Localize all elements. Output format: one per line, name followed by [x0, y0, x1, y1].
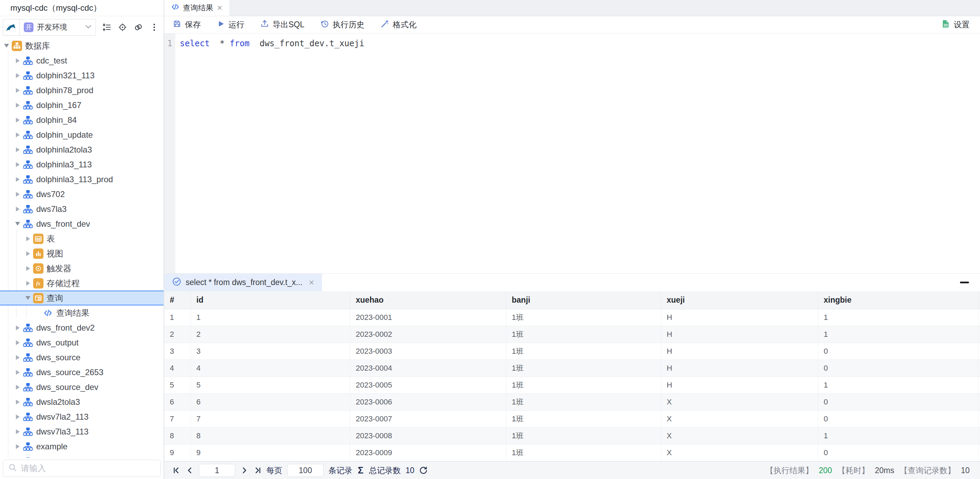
expand-arrow-icon[interactable]: [14, 102, 21, 109]
tree-item-dolphinla3_113[interactable]: dolphinla3_113: [0, 157, 164, 172]
tree-item-存储过程[interactable]: fx存储过程: [0, 276, 164, 291]
expand-arrow-icon[interactable]: [14, 369, 21, 376]
table-cell: X: [661, 428, 818, 444]
expand-arrow-icon[interactable]: [14, 176, 21, 183]
table-row[interactable]: 112023-00011班H1: [164, 309, 980, 326]
first-page-icon[interactable]: [173, 466, 181, 474]
expand-arrow-icon[interactable]: [14, 339, 21, 347]
expand-arrow-icon[interactable]: [14, 146, 21, 154]
tree-item-langchao_com[interactable]: langchao_com: [0, 454, 164, 458]
expand-arrow-icon[interactable]: [14, 324, 21, 332]
tree-item-dolphin321_113[interactable]: dolphin321_113: [0, 68, 164, 83]
result-tab[interactable]: select * from dws_front_dev.t_x... ✕: [164, 274, 322, 291]
expand-arrow-icon[interactable]: [14, 354, 21, 361]
expand-arrow-icon[interactable]: [14, 413, 21, 421]
minimize-results-button[interactable]: [959, 280, 970, 286]
tab-query-result[interactable]: 查询结果 ✕: [164, 0, 230, 16]
svg-text:fx: fx: [36, 281, 40, 286]
collapse-arrow-icon[interactable]: [3, 42, 10, 50]
column-header-banji[interactable]: banji: [506, 291, 661, 309]
tree-item-表[interactable]: 表: [0, 231, 164, 246]
tree-item-查询[interactable]: 查询: [0, 291, 164, 306]
expand-arrow-icon[interactable]: [14, 443, 21, 450]
expand-arrow-icon[interactable]: [24, 265, 32, 272]
settings-button[interactable]: CSV 设置: [941, 19, 970, 30]
tree-item-视图[interactable]: 视图: [0, 246, 164, 261]
close-icon[interactable]: ✕: [217, 4, 223, 12]
run-button[interactable]: 运行: [217, 19, 244, 30]
table-row[interactable]: 662023-00061班X0: [164, 394, 980, 411]
table-row[interactable]: 552023-00051班H1: [164, 377, 980, 394]
refresh-icon[interactable]: [419, 466, 428, 474]
link-icon[interactable]: [134, 23, 143, 32]
more-icon[interactable]: [150, 23, 159, 32]
next-page-icon[interactable]: [240, 466, 248, 474]
table-row[interactable]: 222023-00021班H1: [164, 326, 980, 343]
expand-arrow-icon[interactable]: [14, 384, 21, 391]
expand-arrow-icon[interactable]: [14, 131, 21, 139]
tree-item-触发器[interactable]: 触发器: [0, 261, 164, 276]
tree-item-查询结果[interactable]: 查询结果: [0, 306, 164, 320]
expand-arrow-icon[interactable]: [14, 458, 21, 458]
expand-arrow-icon[interactable]: [14, 116, 21, 124]
row-height-icon[interactable]: [102, 23, 111, 32]
table-row[interactable]: 772023-00071班X0: [164, 411, 980, 428]
close-icon[interactable]: ✕: [309, 278, 314, 287]
table-row[interactable]: 442023-00041班H0: [164, 360, 980, 377]
expand-arrow-icon[interactable]: [14, 398, 21, 406]
expand-arrow-icon[interactable]: [24, 235, 32, 243]
tree-item-example[interactable]: example: [0, 439, 164, 454]
expand-arrow-icon[interactable]: [14, 428, 21, 436]
prev-page-icon[interactable]: [186, 466, 194, 474]
page-size-input[interactable]: [287, 464, 324, 477]
expand-arrow-icon[interactable]: [14, 191, 21, 198]
tree-item-dws_source_2653[interactable]: dws_source_2653: [0, 365, 164, 380]
column-header-xuehao[interactable]: xuehao: [350, 291, 506, 309]
last-page-icon[interactable]: [253, 466, 262, 474]
collapse-arrow-icon[interactable]: [24, 294, 32, 302]
expand-arrow-icon[interactable]: [14, 87, 21, 94]
tree-item-dolphinla2tola3[interactable]: dolphinla2tola3: [0, 142, 164, 157]
table-row[interactable]: 992023-00091班X0: [164, 444, 980, 461]
tree-item-dolphin78_prod[interactable]: dolphin78_prod: [0, 83, 164, 98]
column-header-id[interactable]: id: [191, 291, 350, 309]
collapse-arrow-icon[interactable]: [14, 220, 21, 228]
column-header-xingbie[interactable]: xingbie: [818, 291, 978, 309]
tree-search-input[interactable]: 请输入: [3, 460, 161, 477]
tree-item-数据库[interactable]: 数据库: [0, 38, 164, 53]
column-header-xueji[interactable]: xueji: [661, 291, 818, 309]
tree-item-dws7la3[interactable]: dws7la3: [0, 202, 164, 216]
tree-item-dwsv7la2_113[interactable]: dwsv7la2_113: [0, 409, 164, 424]
expand-arrow-icon[interactable]: [14, 205, 21, 213]
expand-arrow-icon[interactable]: [24, 250, 32, 258]
tree-item-dolphinla3_113_prod[interactable]: dolphinla3_113_prod: [0, 172, 164, 187]
tree-item-dws_output[interactable]: dws_output: [0, 335, 164, 350]
expand-arrow-icon[interactable]: [14, 72, 21, 80]
format-button[interactable]: 格式化: [380, 19, 417, 30]
export-sql-button[interactable]: 导出SQL: [260, 19, 304, 30]
expand-arrow-icon[interactable]: [14, 57, 21, 65]
column-header-#[interactable]: #: [164, 291, 191, 309]
table-row[interactable]: 882023-00081班X1: [164, 428, 980, 444]
tree-item-dolphin_84[interactable]: dolphin_84: [0, 113, 164, 127]
locate-icon[interactable]: [118, 23, 127, 32]
tree-item-dolphin_167[interactable]: dolphin_167: [0, 98, 164, 113]
tree-item-dwsv7la3_113[interactable]: dwsv7la3_113: [0, 424, 164, 439]
tree-item-dwsla2tola3[interactable]: dwsla2tola3: [0, 395, 164, 409]
tree-item-dolphin_update[interactable]: dolphin_update: [0, 127, 164, 142]
table-row[interactable]: 332023-00031班H0: [164, 343, 980, 360]
environment-dropdown[interactable]: 开 开发环境: [20, 19, 95, 35]
tree-item-dws_source_dev[interactable]: dws_source_dev: [0, 380, 164, 395]
page-number-input[interactable]: [199, 464, 235, 477]
tree-item-dws_front_dev2[interactable]: dws_front_dev2: [0, 320, 164, 335]
tree-item-dws_front_dev[interactable]: dws_front_dev: [0, 216, 164, 231]
expand-arrow-icon[interactable]: [14, 161, 21, 169]
tree-item-cdc_test[interactable]: cdc_test: [0, 53, 164, 68]
expand-arrow-icon[interactable]: [24, 280, 32, 287]
tree-item-dws_source[interactable]: dws_source: [0, 350, 164, 365]
sql-editor[interactable]: 1 select * from dws_front_dev.t_xueji: [164, 33, 980, 273]
sql-code-line[interactable]: select * from dws_front_dev.t_xueji: [175, 33, 980, 273]
tree-item-dws702[interactable]: dws702: [0, 187, 164, 202]
save-button[interactable]: 保存: [173, 19, 201, 30]
history-button[interactable]: 执行历史: [320, 19, 364, 30]
